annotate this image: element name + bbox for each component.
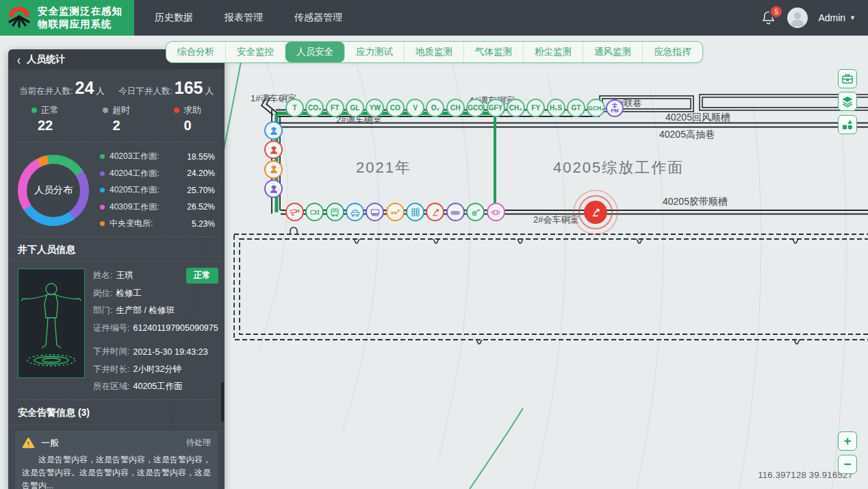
- user-silhouette-icon: [787, 8, 808, 28]
- person-card: 姓名:王琪正常岗位:检修工部门:生产部 / 检修班证件编号:6124011979…: [8, 262, 225, 398]
- zoom-in-button[interactable]: +: [838, 431, 857, 451]
- sensor-marker-9[interactable]: GCO: [466, 99, 485, 117]
- status-2: 求助0: [174, 104, 201, 134]
- tunnel-label-belt-roadway: 40205胶带顺槽: [663, 196, 728, 208]
- alert-list: 一般待处理这是告警内容，这是告警内容，这是告警内容，这是告警内容。这是告警内容，…: [8, 425, 225, 489]
- person-section-title: 井下人员信息: [8, 238, 225, 262]
- sensor-marker-5[interactable]: CO: [386, 99, 405, 117]
- tab-7[interactable]: 通风监测: [583, 42, 643, 62]
- equipment-marker-belt-conveyor[interactable]: [446, 203, 465, 221]
- main-nav: 历史数据报表管理传感器管理: [155, 12, 342, 24]
- sensor-marker-2[interactable]: FT: [326, 99, 344, 117]
- tab-8[interactable]: 应急指挥: [643, 42, 702, 62]
- tab-3[interactable]: 应力测试: [345, 42, 405, 62]
- tab-6[interactable]: 粉尘监测: [524, 42, 583, 62]
- tunnel-label-return-airway: 40205回风顺槽: [665, 112, 730, 124]
- nav-item-2[interactable]: 传感器管理: [294, 12, 342, 24]
- tab-5[interactable]: 气体监测: [464, 42, 524, 62]
- control-panel-icon: [410, 207, 421, 218]
- user-name: Admin: [818, 12, 845, 23]
- map-label-year: 2021年: [356, 158, 411, 178]
- sensor-marker-6[interactable]: V: [406, 99, 424, 117]
- equipment-marker-scraper-conveyor[interactable]: [386, 203, 405, 221]
- shapes-button[interactable]: [838, 115, 857, 134]
- sensor-marker-13[interactable]: H₂S: [547, 99, 565, 117]
- crusher-icon: [490, 207, 501, 218]
- briefcase-icon: [841, 72, 854, 86]
- person-field-4: 下井时间:2021-5-30 19:43:23: [93, 346, 218, 358]
- distribution-block: 人员分布 40203工作面:18.55%40204工作面:24.20%40205…: [8, 144, 225, 235]
- toolbox-button[interactable]: [838, 69, 857, 88]
- equipment-marker-winch[interactable]: [466, 203, 485, 221]
- avatar[interactable]: [787, 8, 808, 28]
- tunnel-label-drainage-roadway: 40205高抽巷: [659, 129, 715, 141]
- app-title: 安全监测泛在感知 物联网应用系统: [38, 5, 123, 31]
- topbar-right: 5 Admin ▼: [761, 8, 868, 28]
- headcount-stats: 当前在井人数:24人今日下井人数:165人: [8, 69, 225, 100]
- sensor-marker-14[interactable]: GT: [567, 99, 585, 117]
- person-marker-3[interactable]: [264, 179, 283, 198]
- status-summary: 正常22超时2求助0: [8, 100, 225, 140]
- equipment-marker-police-car[interactable]: [346, 203, 364, 221]
- module-tab-bar: 综合分析安全监控人员安全应力测试地质监测气体监测粉尘监测通风监测应急指挥: [166, 41, 703, 63]
- layers-icon: [841, 95, 854, 108]
- sensor-marker-0[interactable]: T: [285, 99, 304, 117]
- bus-icon: [329, 207, 340, 218]
- sensor-marker-10[interactable]: GFY: [487, 99, 505, 117]
- donut-center-label: 人员分布: [18, 155, 89, 226]
- alert-card-0[interactable]: 一般待处理这是告警内容，这是告警内容，这是告警内容，这是告警内容。这是告警内容，…: [15, 431, 218, 489]
- miner-icon: [268, 164, 279, 175]
- top-bar: 安全监测泛在感知 物联网应用系统 历史数据报表管理传感器管理 5 Admin: [0, 0, 868, 36]
- status-1: 超时2: [103, 104, 130, 134]
- donut-legend: 40203工作面:18.55%40204工作面:24.20%40205工作面:2…: [100, 151, 215, 229]
- scrollbar-thumb[interactable]: [221, 382, 224, 422]
- tab-1[interactable]: 安全监控: [226, 42, 285, 62]
- sensor-marker-12[interactable]: FY: [526, 99, 545, 117]
- person-details: 姓名:王琪正常岗位:检修工部门:生产部 / 检修班证件编号:6124011979…: [93, 268, 218, 392]
- sensor-marker-3[interactable]: GL: [346, 99, 364, 117]
- sensor-marker-8[interactable]: CH: [446, 99, 465, 117]
- winch-icon: [470, 207, 481, 218]
- tunnel-label-meeting-room-2: 2#会车硐室: [533, 214, 578, 226]
- status-badge: 正常: [186, 268, 218, 284]
- person-field-5: 下井时长:2小时32分钟: [93, 364, 218, 375]
- divider: [18, 236, 215, 237]
- person-marker-0[interactable]: [264, 121, 283, 140]
- legend-item-2: 40205工作面:25.70%: [100, 184, 215, 196]
- equipment-marker-control-panel[interactable]: [406, 203, 424, 221]
- brand-logo-block: 安全监测泛在感知 物联网应用系统: [0, 0, 134, 36]
- tab-2[interactable]: 人员安全: [285, 42, 345, 62]
- alarm-marker[interactable]: [584, 201, 607, 224]
- tab-4[interactable]: 地质监测: [405, 42, 464, 62]
- user-menu[interactable]: Admin ▼: [818, 12, 856, 23]
- notification-bell-icon[interactable]: 5: [761, 10, 777, 26]
- layers-button[interactable]: [838, 92, 857, 111]
- back-icon[interactable]: ‹: [17, 51, 21, 66]
- miner-icon: [268, 145, 279, 155]
- notification-badge: 5: [769, 5, 783, 18]
- miner-icon: [268, 184, 279, 195]
- person-field-6: 所在区域:40205工作面: [93, 381, 218, 392]
- nav-item-1[interactable]: 报表管理: [225, 12, 263, 24]
- equipment-marker-cctv-camera[interactable]: [285, 203, 304, 221]
- equipment-marker-crusher[interactable]: [487, 203, 505, 221]
- equipment-marker-bus[interactable]: [326, 203, 344, 221]
- police-car-icon: [350, 207, 361, 218]
- truck-icon: [370, 207, 381, 218]
- stat-0: 当前在井人数:24人: [19, 78, 105, 98]
- warning-triangle-icon: [22, 436, 35, 449]
- zoom-out-button[interactable]: −: [838, 455, 857, 474]
- personnel-panel: ‹ 人员统计 当前在井人数:24人今日下井人数:165人 正常22超时2求助0 …: [8, 49, 225, 489]
- wireframe-human-icon: [18, 269, 84, 377]
- alerts-section-title: 安全告警信息 (3): [8, 401, 225, 425]
- tab-0[interactable]: 综合分析: [166, 42, 226, 62]
- person-marker-2[interactable]: [264, 160, 283, 179]
- sensor-marker-11[interactable]: CH₄: [507, 99, 525, 117]
- air-door-marker[interactable]: FM: [606, 99, 624, 117]
- robotic-arm-icon: [430, 207, 441, 218]
- person-field-3: 证件编号:612401197905090975: [93, 323, 218, 334]
- scraper-conveyor-icon: [390, 207, 400, 218]
- legend-item-4: 中央变电所:5.23%: [100, 218, 215, 229]
- nav-item-0[interactable]: 历史数据: [155, 12, 193, 24]
- legend-item-0: 40203工作面:18.55%: [100, 151, 215, 162]
